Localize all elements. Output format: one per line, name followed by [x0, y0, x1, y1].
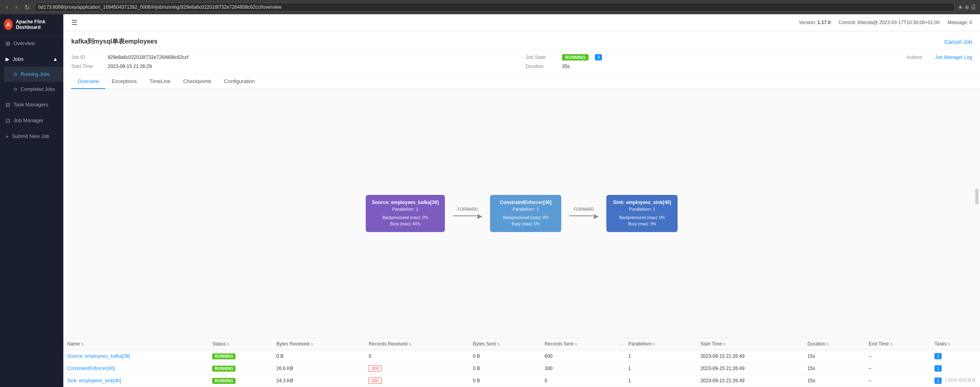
cell-tasks: 1	[931, 362, 980, 375]
commit-info: Commit: 69ecda@ 2023-03-17T10:30:06+01:0…	[839, 20, 940, 25]
flow-node-sink[interactable]: Sink: employees_sink[40] Parallelism: 1 …	[606, 195, 678, 232]
col-records-sent[interactable]: Records Sent⇅ ···	[541, 338, 624, 350]
col-start-time[interactable]: Start Time⇅	[697, 338, 803, 350]
cell-status: RUNNING	[208, 375, 272, 387]
cell-end-time: –	[865, 350, 931, 362]
cell-status: RUNNING	[208, 350, 272, 362]
cell-bytes-sent: 0 B	[469, 375, 541, 387]
job-name-link[interactable]: Sink: employees_sink[40]	[67, 378, 121, 383]
page-header: kafka到mysql单表employees Cancel Job	[63, 31, 980, 49]
forward-button[interactable]: ›	[13, 3, 19, 11]
sink-node-subtitle: Parallelism: 1	[613, 207, 671, 211]
job-id-row: Job ID 929e8a6c022016f732e7264808c62ccf	[71, 54, 518, 60]
tab-timeline[interactable]: TimeLine	[143, 74, 177, 89]
sidebar-item-submit-new-job[interactable]: + Submit New Job	[0, 128, 63, 144]
sidebar-section-jobs[interactable]: ▶ Jobs ▲	[0, 51, 63, 67]
col-parallelism[interactable]: Parallelism⇅	[624, 338, 696, 350]
cell-parallelism: 1	[624, 375, 696, 387]
tab-checkpoints[interactable]: Checkpoints	[177, 74, 218, 89]
col-duration[interactable]: Duration⇅	[803, 338, 865, 350]
col-bytes-sent[interactable]: Bytes Sent⇅	[469, 338, 541, 350]
cell-start-time: 2023-09-15 21:26:49	[697, 350, 803, 362]
cell-name[interactable]: Source: employees_kafka[39]	[63, 350, 208, 362]
actions-label: Actions	[907, 55, 931, 60]
cell-records-received: 300	[365, 375, 469, 387]
col-status[interactable]: Status⇅	[208, 338, 272, 350]
sidebar-logo: A Apache Flink Dashboard	[0, 14, 63, 36]
start-time-value: 2023-09-15 21:26:29	[108, 64, 152, 69]
cell-start-time: 2023-09-15 21:26:49	[697, 375, 803, 387]
submit-icon: +	[6, 133, 9, 140]
sidebar-item-overview[interactable]: ⊞ Overview	[0, 36, 63, 51]
col-records-received[interactable]: Records Received⇅	[365, 338, 469, 350]
col-tasks[interactable]: Tasks⇅	[931, 338, 980, 350]
job-id-value: 929e8a6c022016f732e7264808c62ccf	[108, 55, 188, 60]
completed-jobs-icon: ⊙	[13, 87, 17, 92]
cell-records-received: 0	[365, 350, 469, 362]
back-button[interactable]: ‹	[4, 3, 10, 11]
cell-records-sent: 0	[541, 375, 624, 387]
col-bytes-received[interactable]: Bytes Received⇅	[272, 338, 365, 350]
cell-records-sent: 300	[541, 362, 624, 375]
cell-status: RUNNING	[208, 362, 272, 375]
job-name-link[interactable]: ConstraintEnforcer[40]	[67, 366, 115, 371]
url-bar[interactable]	[35, 3, 955, 11]
tab-exceptions[interactable]: Exceptions	[105, 74, 143, 89]
sink-node-stats: Backpressured (max): 0%Busy (max): 9%	[613, 215, 671, 227]
job-info: Job ID 929e8a6c022016f732e7264808c62ccf …	[63, 49, 980, 74]
scroll-indicator	[975, 189, 978, 204]
header-bar: ☰ Version: 1.17.0 Commit: 69ecda@ 2023-0…	[63, 14, 980, 31]
version-info: Version: 1.17.0	[799, 20, 830, 25]
job-manager-icon: ⊡	[6, 117, 10, 124]
col-end-time[interactable]: End Time⇅	[865, 338, 931, 350]
watermark: CSDN @武贵伙	[945, 377, 976, 383]
task-badge: 1	[934, 353, 942, 359]
highlighted-value: 300	[368, 365, 381, 372]
table-row: Sink: employees_sink[40] RUNNING 24.3 KB…	[63, 375, 980, 387]
job-manager-log-link[interactable]: Job Manager Log	[935, 55, 972, 60]
cell-tasks: 1	[931, 350, 980, 362]
cell-bytes-received: 26.6 KB	[272, 362, 365, 375]
constraint-node-subtitle: Parallelism: 1	[496, 207, 555, 211]
flow-arrow-2: FORWARD ▶	[569, 207, 598, 220]
cell-bytes-received: 24.3 KB	[272, 375, 365, 387]
cancel-job-button[interactable]: Cancel Job	[944, 39, 972, 45]
arrow-line-1: ▶	[453, 212, 482, 220]
col-name[interactable]: Name⇅	[63, 338, 208, 350]
job-state-label: Job State	[526, 55, 557, 60]
duration-row: Duration 35s	[526, 64, 972, 69]
source-node-subtitle: Parallelism: 1	[372, 207, 439, 211]
logo-icon: A	[4, 19, 13, 30]
menu-icon[interactable]: ☰	[71, 18, 78, 27]
browser-bar: ‹ › ↻ ★ ⊕ ☰	[0, 0, 980, 14]
sidebar-item-completed-jobs[interactable]: ⊙ Completed Jobs	[4, 82, 63, 97]
sidebar-item-job-manager[interactable]: ⊡ Job Manager	[0, 113, 63, 128]
sidebar-item-task-managers[interactable]: ⊟ Task Managers	[0, 97, 63, 113]
cell-name[interactable]: Sink: employees_sink[40]	[63, 375, 208, 387]
tab-overview[interactable]: Overview	[71, 74, 105, 89]
flow-node-constraint[interactable]: ConstraintEnforcer[40] Parallelism: 1 Ba…	[490, 195, 561, 232]
table-row: ConstraintEnforcer[40] RUNNING 26.6 KB 3…	[63, 362, 980, 375]
sidebar-item-label: Overview	[13, 40, 35, 46]
flow-node-source[interactable]: Source: employees_kafka[39] Parallelism:…	[366, 195, 445, 232]
browser-icons: ★ ⊕ ☰	[958, 4, 976, 10]
cell-bytes-received: 0 B	[272, 350, 365, 362]
reload-button[interactable]: ↻	[23, 3, 32, 12]
cell-parallelism: 1	[624, 350, 696, 362]
cell-value: 0	[368, 353, 371, 359]
arrow-label-1: FORWARD	[458, 207, 478, 211]
cell-name[interactable]: ConstraintEnforcer[40]	[63, 362, 208, 375]
status-badge: RUNNING	[212, 378, 236, 384]
cell-bytes-sent: 0 B	[469, 362, 541, 375]
running-jobs-icon: ⊙	[13, 72, 17, 77]
job-name-link[interactable]: Source: employees_kafka[39]	[67, 353, 130, 359]
sidebar-item-label: Completed Jobs	[21, 87, 55, 92]
data-table: Name⇅ Status⇅ Bytes Received⇅ Records Re…	[63, 338, 980, 387]
status-badge: RUNNING	[212, 366, 236, 372]
tab-configuration[interactable]: Configuration	[218, 74, 261, 89]
logo-text: Apache Flink Dashboard	[16, 19, 59, 30]
highlighted-value: 300	[368, 378, 381, 384]
sidebar-item-label: Task Managers	[13, 102, 48, 108]
sidebar-item-running-jobs[interactable]: ⊙ Running Jobs	[4, 67, 63, 82]
overview-icon: ⊞	[6, 40, 10, 47]
